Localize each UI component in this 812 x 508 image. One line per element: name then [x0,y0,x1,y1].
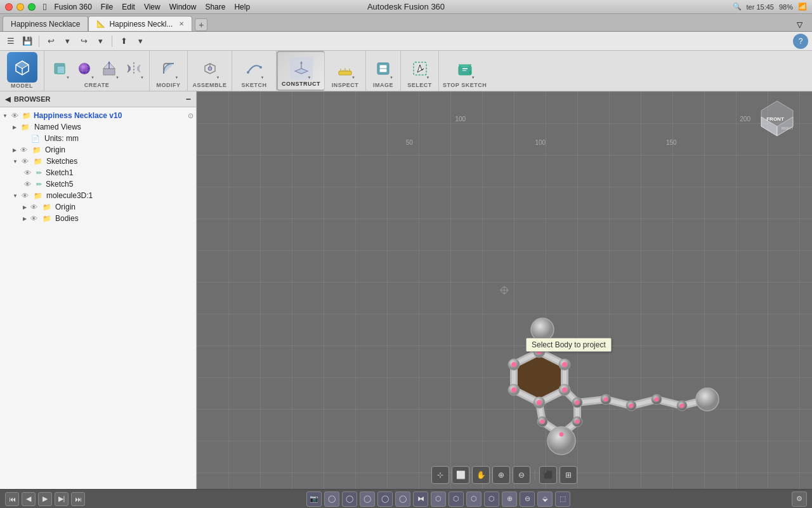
playback-next[interactable]: ▶| [55,492,69,506]
tab-2[interactable]: 📐 Happiness Neckl... ✕ [88,16,192,31]
tree-item-sketches[interactable]: ▼ 👁 📁 Sketches [0,156,196,167]
construct-plane[interactable]: ▼ [290,57,313,80]
tree-item-bodies[interactable]: ▶ 👁 📁 Bodies [0,213,196,224]
modify-fillet[interactable]: ▼ [157,57,180,80]
model-button[interactable] [7,52,37,83]
close-button[interactable] [5,3,13,11]
status-tool-5[interactable]: ◯ [377,491,393,507]
tree-item-root[interactable]: ▼ 👁 📁 Happiness Necklace v10 ⊙ [0,110,196,121]
tree-item-molecule3d[interactable]: ▼ 👁 📁 molecule3D:1 [0,190,196,201]
menu-share[interactable]: Share [205,3,225,11]
menu-file[interactable]: File [101,3,113,11]
playback-end[interactable]: ⏭ [71,492,85,506]
tree-item-units[interactable]: 📄 Units: mm [0,133,196,144]
bodies-eye[interactable]: 👁 [30,215,37,222]
share-button[interactable]: ⬆ [117,34,131,48]
status-tool-15[interactable]: ⬚ [555,491,570,507]
root-collapse-arrow[interactable]: ▼ [3,113,8,119]
create-mirror[interactable]: ▼ [122,57,145,80]
menu-window[interactable]: Window [169,3,197,11]
sketches-arrow[interactable]: ▼ [13,159,18,164]
settings-button[interactable]: ⚙ [792,491,807,507]
playback-play[interactable]: ▶ [38,492,52,506]
undo-dropdown[interactable]: ▾ [60,34,74,48]
minimize-button[interactable] [16,3,24,11]
tree-item-sketch1[interactable]: 👁 ✏ Sketch1 [0,167,196,178]
create-sphere[interactable]: ▼ [73,57,96,80]
new-tab-button[interactable]: + [195,18,207,31]
tree-item-sketch5[interactable]: 👁 ✏ Sketch5 [0,178,196,190]
menu-view[interactable]: View [144,3,160,11]
help-button[interactable]: ? [793,34,808,49]
origin2-eye[interactable]: 👁 [30,203,37,211]
menu-edit[interactable]: Edit [122,3,135,11]
hamburger-menu[interactable]: ☰ [4,34,18,48]
root-options[interactable]: ⊙ [188,112,193,120]
menu-fusion360[interactable]: Fusion 360 [54,3,91,11]
origin2-arrow[interactable]: ▶ [23,204,27,210]
status-tool-14[interactable]: ⬙ [537,491,553,507]
view-cube[interactable]: FRONT RIGHT [755,98,799,142]
sketch1-eye[interactable]: 👁 [24,169,31,177]
nav-zoom-out[interactable]: ⊖ [513,466,530,484]
origin-arrow[interactable]: ▶ [13,147,16,153]
browser-collapse-icon[interactable]: ◀ [5,95,10,104]
status-tool-11[interactable]: ⬡ [484,491,499,507]
root-eye[interactable]: 👁 [11,112,18,119]
create-box[interactable]: ▼ [48,57,71,80]
tab-1[interactable]: Happiness Necklace [3,16,88,31]
share-dropdown[interactable]: ▾ [133,34,147,48]
toolbar-section-select: ▼ SELECT [401,51,439,91]
molecule3d-eye[interactable]: 👁 [22,192,29,199]
nav-hand-icon[interactable]: ✋ [472,466,490,484]
sketches-eye[interactable]: 👁 [22,157,29,165]
status-tool-2[interactable]: ◯ [324,491,339,507]
viewport[interactable]: 200 150 100 50 100 [197,91,812,489]
stop-sketch-button[interactable]: ▼ [454,57,476,80]
nav-display-mode[interactable]: ⬛ [539,466,557,484]
status-tool-10[interactable]: ⬡ [466,491,481,507]
status-tool-13[interactable]: ⊖ [520,491,535,507]
status-tool-3[interactable]: ◯ [342,491,357,507]
inspect-measure[interactable]: ▼ [334,57,357,80]
save-button[interactable]: 💾 [20,34,34,48]
sketch5-eye[interactable]: 👁 [24,180,31,188]
playback-prev[interactable]: ◀ [22,492,36,506]
named-views-arrow[interactable]: ▶ [13,124,16,130]
sketch-line[interactable]: ▼ [243,57,266,80]
origin-eye[interactable]: 👁 [20,146,27,154]
select-cursor[interactable]: ▼ [409,57,431,80]
tree-item-origin2[interactable]: ▶ 👁 📁 Origin [0,201,196,213]
status-tool-4[interactable]: ◯ [360,491,375,507]
maximize-button[interactable] [28,3,36,11]
status-tool-6[interactable]: ◯ [395,491,410,507]
nav-pan-icon[interactable]: ⊹ [431,466,449,484]
browser-minus-icon[interactable]: − [186,94,191,104]
redo-dropdown[interactable]: ▾ [93,34,107,48]
image-decal[interactable]: ▼ [372,57,395,80]
assemble-joint[interactable]: ▼ [199,57,221,80]
nav-fit-icon[interactable]: ⬜ [452,466,469,484]
nav-grid-toggle[interactable]: ⊞ [560,466,577,484]
bodies-arrow[interactable]: ▶ [23,216,27,222]
status-tool-8[interactable]: ⬡ [431,491,446,507]
status-tool-12[interactable]: ⊕ [502,491,517,507]
undo-button[interactable]: ↩ [44,34,58,48]
redo-button[interactable]: ↪ [77,34,91,48]
create-extrude[interactable]: ▼ [98,57,121,80]
tree-item-named-views[interactable]: ▶ 📁 Named Views [0,121,196,133]
stop-sketch-section-label: STOP SKETCH [443,82,487,88]
nav-zoom-in[interactable]: ⊕ [492,466,510,484]
playback-start[interactable]: ⏮ [5,492,19,506]
status-tool-1[interactable]: 📷 [306,491,322,507]
menu-help[interactable]: Help [234,3,250,11]
tab2-close[interactable]: ✕ [179,20,184,27]
apple-menu[interactable]:  [43,1,46,12]
tree-item-origin[interactable]: ▶ 👁 📁 Origin [0,144,196,156]
status-tool-9[interactable]: ⬡ [449,491,464,507]
tabs-collapse-button[interactable]: ▽ [792,18,807,31]
molecule3d-arrow[interactable]: ▼ [13,193,18,199]
spotlight-icon[interactable]: 🔍 [733,3,742,11]
status-tool-7[interactable]: ⧓ [413,491,428,507]
named-views-folder-icon: 📁 [21,123,30,131]
